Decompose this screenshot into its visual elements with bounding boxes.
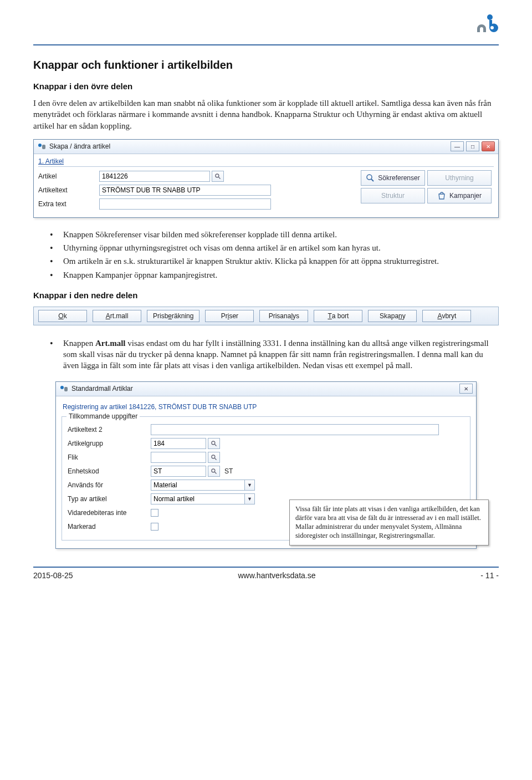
bag-icon — [437, 191, 446, 200]
window-minimize-button[interactable]: — — [451, 141, 464, 151]
svg-line-3 — [219, 177, 221, 179]
button-bar: Ok Art.mall Prisberäkning Priser Prisana… — [33, 307, 499, 325]
struktur-button[interactable]: Struktur — [361, 188, 425, 203]
svg-point-6 — [60, 386, 64, 389]
brand-logo — [477, 12, 499, 34]
priser-button[interactable]: Priser — [205, 310, 254, 322]
registration-line: Registrering av artikel 1841226, STRÖMST… — [63, 403, 470, 411]
label-enhetskod: Enhetskod — [68, 467, 151, 475]
footer-date: 2015-08-25 — [33, 571, 73, 580]
bullet-list-lower: Knappen Art.mall visas endast om du har … — [33, 338, 499, 371]
label-anvands-for: Används för — [68, 481, 151, 489]
enhetskod-lookup-button[interactable] — [208, 466, 220, 477]
page-footer: 2015-08-25 www.hantverksdata.se - 11 - — [33, 567, 499, 580]
svg-point-12 — [212, 468, 215, 472]
label-extratext: Extra text — [38, 200, 99, 208]
window-skapa-andra-artikel: Skapa / ändra artikel — □ ✕ 1. Artikel A… — [33, 139, 499, 218]
uthyrning-button[interactable]: Uthyrning — [427, 170, 492, 186]
header-divider — [33, 44, 499, 45]
window-close-button[interactable]: ✕ — [459, 384, 473, 394]
markerad-checkbox[interactable] — [151, 523, 158, 531]
prisanalys-button[interactable]: Prisanalys — [259, 310, 308, 322]
prisberakning-button[interactable]: Prisberäkning — [147, 310, 200, 322]
search-icon — [366, 174, 375, 182]
artikelgrupp-field[interactable] — [151, 438, 206, 449]
artikel-lookup-button[interactable] — [212, 171, 224, 182]
app-icon — [59, 384, 68, 393]
label-artikeltext: Artikeltext — [38, 186, 99, 194]
list-item: Knappen Art.mall visas endast om du har … — [50, 338, 499, 371]
chevron-down-icon: ▼ — [245, 480, 255, 491]
svg-rect-7 — [64, 387, 68, 391]
anvands-for-select[interactable]: ▼ — [151, 480, 255, 491]
list-item: Knappen Kampanjer öppnar kampanjregistre… — [50, 269, 499, 281]
extratext-field[interactable] — [99, 198, 271, 210]
fieldset-legend: Tillkommande uppgifter — [66, 412, 140, 420]
label-typ-av-artikel: Typ av artikel — [68, 495, 151, 503]
artikel-field[interactable] — [99, 171, 210, 182]
section-heading-upper: Knappar i den övre delen — [33, 81, 499, 91]
svg-point-2 — [216, 174, 219, 177]
svg-line-9 — [215, 444, 217, 446]
svg-line-5 — [371, 179, 374, 181]
label-flik: Flik — [68, 453, 151, 461]
enhetskod-suffix: ST — [224, 467, 233, 475]
label-artikelgrupp: Artikelgrupp — [68, 440, 151, 447]
svg-line-11 — [215, 458, 217, 460]
artikeltext2-field[interactable] — [151, 424, 439, 435]
list-item: Knappen Sökreferenser visar bilden med s… — [50, 229, 499, 240]
vidaredebiteras-checkbox[interactable] — [151, 509, 158, 517]
bullet-list-upper: Knappen Sökreferenser visar bilden med s… — [33, 229, 499, 281]
section-1-artikel: 1. Artikel — [38, 157, 494, 167]
flik-lookup-button[interactable] — [208, 452, 220, 463]
list-item: Uthyrning öppnar uthyrningsregistret och… — [50, 242, 499, 253]
label-markerad: Markerad — [68, 523, 151, 531]
artikelgrupp-lookup-button[interactable] — [208, 438, 220, 449]
svg-point-4 — [367, 175, 372, 180]
page-title: Knappar och funktioner i artikelbilden — [33, 59, 499, 72]
artikeltext-field[interactable] — [99, 185, 271, 196]
label-artikeltext2: Artikeltext 2 — [68, 426, 151, 434]
app-icon — [37, 142, 46, 151]
svg-point-0 — [38, 144, 42, 147]
art-mall-button[interactable]: Art.mall — [93, 310, 141, 322]
svg-point-10 — [212, 455, 215, 458]
flik-field[interactable] — [151, 452, 206, 463]
window-title: Skapa / ändra artikel — [49, 142, 448, 150]
intro-paragraph: I den övre delen av artikelbilden kan ma… — [33, 98, 499, 131]
section-heading-lower: Knappar i den nedre delen — [33, 290, 499, 300]
svg-point-8 — [212, 441, 215, 444]
footer-url: www.hantverksdata.se — [238, 571, 315, 580]
chevron-down-icon: ▼ — [245, 493, 255, 504]
window-title: Standardmall Artiklar — [71, 385, 457, 392]
window-titlebar: Skapa / ändra artikel — □ ✕ — [34, 140, 498, 154]
svg-line-13 — [215, 472, 217, 473]
label-artikel: Artikel — [38, 172, 99, 180]
footer-page: - 11 - — [480, 571, 499, 580]
ok-button[interactable]: Ok — [38, 310, 87, 322]
label-vidaredebiteras: Vidaredebiteras inte — [68, 509, 151, 517]
skapa-ny-button[interactable]: Skapa ny — [368, 310, 417, 322]
window-titlebar: Standardmall Artiklar ✕ — [56, 382, 476, 396]
avbryt-button[interactable]: Avbryt — [422, 310, 471, 322]
window-maximize-button[interactable]: □ — [466, 141, 479, 151]
ta-bort-button[interactable]: Ta bort — [314, 310, 362, 322]
svg-rect-1 — [42, 145, 45, 149]
kampanjer-button[interactable]: Kampanjer — [427, 188, 492, 203]
window-close-button[interactable]: ✕ — [482, 141, 495, 151]
list-item: Om artikeln är en s.k. strukturartikel ä… — [50, 256, 499, 267]
sokreferenser-button[interactable]: Sökreferenser — [361, 170, 425, 186]
callout-box: Vissa fält får inte plats att visas i de… — [289, 499, 489, 546]
enhetskod-field[interactable] — [151, 466, 206, 477]
typ-av-artikel-select[interactable]: ▼ — [151, 493, 255, 504]
